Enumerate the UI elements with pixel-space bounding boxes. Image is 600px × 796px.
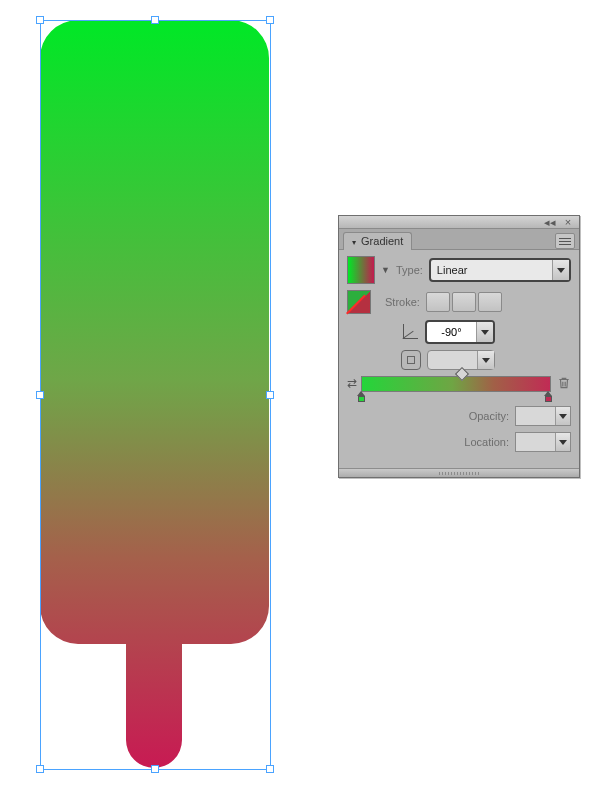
stroke-across-button[interactable] bbox=[478, 292, 502, 312]
panel-top-controls: ◂◂ × bbox=[339, 216, 579, 229]
chevron-down-icon bbox=[555, 407, 570, 425]
opacity-input[interactable] bbox=[515, 406, 571, 426]
chevron-down-icon bbox=[476, 322, 493, 342]
stroke-along-button[interactable] bbox=[452, 292, 476, 312]
trash-icon[interactable] bbox=[557, 376, 571, 390]
location-value bbox=[516, 433, 555, 451]
aspect-ratio-icon bbox=[401, 350, 421, 370]
stroke-gradient-swatch[interactable] bbox=[347, 290, 371, 314]
chevron-down-icon bbox=[477, 351, 494, 369]
panel-collapse-icon[interactable]: ◂◂ bbox=[543, 217, 557, 227]
artwork-shape[interactable] bbox=[40, 20, 269, 768]
panel-close-icon[interactable]: × bbox=[561, 217, 575, 227]
gradient-type-select[interactable]: Linear bbox=[429, 258, 571, 282]
angle-icon bbox=[401, 323, 419, 341]
gradient-stop-start[interactable] bbox=[357, 391, 366, 402]
type-label: Type: bbox=[396, 264, 423, 276]
stroke-label: Stroke: bbox=[385, 296, 420, 308]
chevron-down-icon bbox=[552, 260, 569, 280]
panel-flyout-menu[interactable] bbox=[555, 233, 575, 249]
tab-toggle-icon: ▸ bbox=[350, 241, 359, 245]
gradient-angle-input[interactable]: -90° bbox=[425, 320, 495, 344]
location-label: Location: bbox=[464, 436, 509, 448]
opacity-label: Opacity: bbox=[469, 410, 509, 422]
opacity-value bbox=[516, 407, 555, 425]
reverse-gradient-icon[interactable]: ⇄ bbox=[347, 376, 355, 390]
panel-title: Gradient bbox=[361, 235, 403, 247]
gradient-panel: ◂◂ × ▸ Gradient ▼ Type: Linear bbox=[338, 215, 580, 478]
gradient-angle-value: -90° bbox=[427, 322, 476, 342]
chevron-down-icon bbox=[555, 433, 570, 451]
tab-gradient[interactable]: ▸ Gradient bbox=[343, 232, 412, 250]
panel-resize-grip[interactable] bbox=[339, 468, 579, 477]
swatch-dropdown-icon[interactable]: ▼ bbox=[381, 265, 390, 275]
stroke-within-button[interactable] bbox=[426, 292, 450, 312]
gradient-slider[interactable] bbox=[361, 376, 551, 392]
location-input[interactable] bbox=[515, 432, 571, 452]
fill-gradient-swatch[interactable] bbox=[347, 256, 375, 284]
gradient-type-value: Linear bbox=[431, 264, 552, 276]
gradient-stop-end[interactable] bbox=[544, 391, 553, 402]
